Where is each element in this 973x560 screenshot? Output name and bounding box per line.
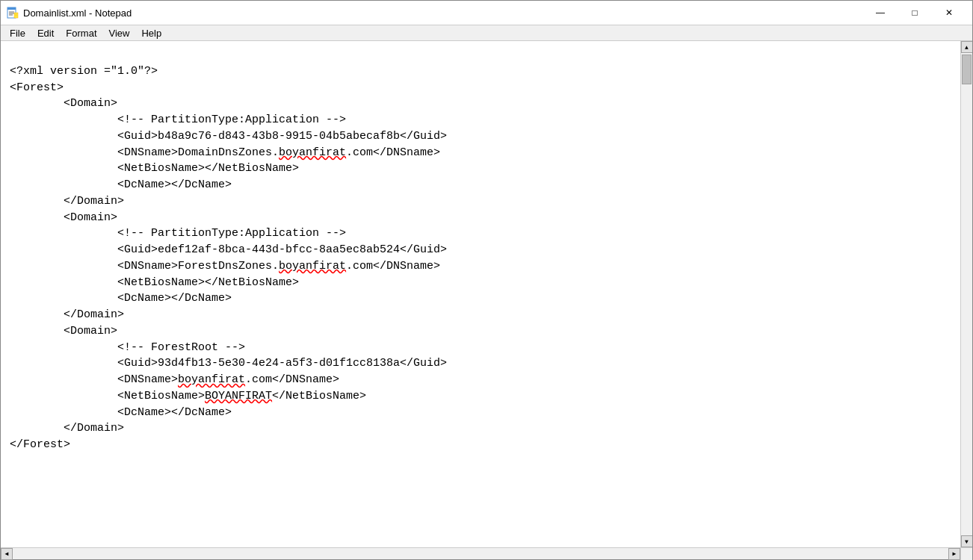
scroll-right-arrow[interactable]: ▶ xyxy=(948,548,960,560)
line-8: <DcName></DcName> xyxy=(10,178,232,191)
line-4: <!-- PartitionType:Application --> xyxy=(10,113,346,126)
line-7: <NetBiosName></NetBiosName> xyxy=(10,162,299,175)
line-2: <Forest> xyxy=(10,81,64,94)
line-1: <?xml version ="1.0"?> xyxy=(10,65,158,78)
editor-content[interactable]: <?xml version ="1.0"?> <Forest> <Domain>… xyxy=(1,41,960,547)
title-bar-left: Domainlist.xml - Notepad xyxy=(7,7,132,19)
scroll-up-arrow[interactable]: ▲ xyxy=(961,41,973,53)
horizontal-scrollbar: ◀ ▶ xyxy=(1,547,972,559)
window-title: Domainlist.xml - Notepad xyxy=(23,7,132,19)
line-17: <Domain> xyxy=(10,325,117,337)
line-9: </Domain> xyxy=(10,195,124,208)
scroll-down-arrow[interactable]: ▼ xyxy=(961,535,973,547)
line-14: <NetBiosName></NetBiosName> xyxy=(10,276,299,289)
squiggle-boyanfirat-3: boyanfirat xyxy=(178,373,245,386)
maximize-button[interactable]: □ xyxy=(898,1,932,25)
scroll-track-v[interactable] xyxy=(961,53,972,535)
line-13: <DNSname>ForestDnsZones.boyanfirat.com</… xyxy=(10,260,440,273)
line-24: </Forest> xyxy=(10,438,70,451)
line-10: <Domain> xyxy=(10,211,117,224)
line-21: <NetBiosName>BOYANFIRAT</NetBiosName> xyxy=(10,390,366,402)
scroll-left-arrow[interactable]: ◀ xyxy=(1,548,13,560)
squiggle-boyanfirat-1: boyanfirat xyxy=(279,146,346,159)
window-controls: — □ ✕ xyxy=(863,1,966,25)
notepad-app-icon xyxy=(7,7,19,19)
line-23: </Domain> xyxy=(10,422,124,435)
line-11: <!-- PartitionType:Application --> xyxy=(10,227,346,240)
close-button[interactable]: ✕ xyxy=(932,1,966,25)
line-6: <DNSname>DomainDnsZones.boyanfirat.com</… xyxy=(10,146,440,159)
menu-view[interactable]: View xyxy=(103,26,136,40)
scrollbar-corner xyxy=(960,548,972,560)
squiggle-boyanfirat-caps: BOYANFIRAT xyxy=(205,390,272,402)
line-22: <DcName></DcName> xyxy=(10,406,232,419)
line-18: <!-- ForestRoot --> xyxy=(10,341,245,354)
line-12: <Guid>edef12af-8bca-443d-bfcc-8aa5ec8ab5… xyxy=(10,243,447,256)
minimize-button[interactable]: — xyxy=(863,1,898,25)
line-20: <DNSname>boyanfirat.com</DNSname> xyxy=(10,373,339,386)
svg-rect-1 xyxy=(7,7,16,10)
scroll-thumb-v[interactable] xyxy=(962,55,972,84)
editor-area: <?xml version ="1.0"?> <Forest> <Domain>… xyxy=(1,41,972,547)
line-16: </Domain> xyxy=(10,308,124,321)
menu-format[interactable]: Format xyxy=(60,26,102,40)
line-19: <Guid>93d4fb13-5e30-4e24-a5f3-d01f1cc813… xyxy=(10,357,447,370)
menu-edit[interactable]: Edit xyxy=(31,26,60,40)
menu-help[interactable]: Help xyxy=(135,26,167,40)
line-3: <Domain> xyxy=(10,97,117,110)
scroll-track-h[interactable] xyxy=(13,548,948,559)
title-bar: Domainlist.xml - Notepad — □ ✕ xyxy=(1,1,972,25)
svg-rect-5 xyxy=(14,13,18,18)
vertical-scrollbar: ▲ ▼ xyxy=(960,41,972,547)
menu-file[interactable]: File xyxy=(4,26,31,40)
squiggle-boyanfirat-2: boyanfirat xyxy=(279,260,346,273)
line-15: <DcName></DcName> xyxy=(10,292,232,305)
menu-bar: File Edit Format View Help xyxy=(1,25,972,41)
line-5: <Guid>b48a9c76-d843-43b8-9915-04b5abecaf… xyxy=(10,130,447,143)
notepad-window: Domainlist.xml - Notepad — □ ✕ File Edit… xyxy=(0,0,973,560)
